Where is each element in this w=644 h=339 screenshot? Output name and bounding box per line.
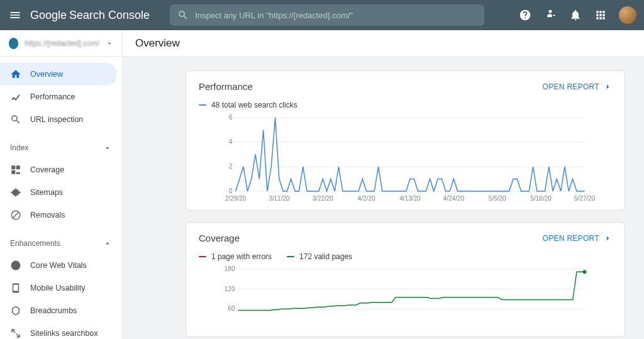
svg-text:5/16/20: 5/16/20 xyxy=(530,195,552,202)
page-title: Overview xyxy=(135,37,180,50)
card-title: Coverage xyxy=(199,233,240,243)
svg-text:4: 4 xyxy=(229,138,233,145)
chevron-icon xyxy=(103,239,112,248)
sidebar-item-label: URL inspection xyxy=(30,115,83,124)
sidebar: https://[redacted].com/ Overview Perform… xyxy=(0,30,123,339)
svg-text:4/24/20: 4/24/20 xyxy=(443,195,465,202)
svg-text:60: 60 xyxy=(228,305,235,312)
menu-icon[interactable] xyxy=(8,8,23,23)
sidebar-item-sitelinks-searchbox[interactable]: Sitelinks searchbox xyxy=(0,322,122,339)
coverage-card: Coverage OPEN REPORT 1 page with errors … xyxy=(186,222,625,337)
help-icon[interactable] xyxy=(518,8,532,22)
url-inspect-input[interactable] xyxy=(195,11,477,20)
sidebar-item-removals[interactable]: Removals xyxy=(0,204,122,226)
sidebar-item-coverage[interactable]: Coverage xyxy=(0,158,122,181)
sidebar-item-label: Core Web Vitals xyxy=(30,261,87,270)
sitelinks-icon xyxy=(10,328,21,339)
svg-text:120: 120 xyxy=(225,286,235,292)
svg-text:2: 2 xyxy=(229,163,233,170)
svg-text:3/22/20: 3/22/20 xyxy=(313,195,334,202)
legend-item: 1 page with errors xyxy=(199,252,272,261)
legend-item: 172 valid pages xyxy=(287,252,352,261)
svg-text:0: 0 xyxy=(229,187,233,194)
sidebar-section-enhancements[interactable]: Enhancements xyxy=(0,233,122,254)
vitals-icon xyxy=(10,260,21,271)
sidebar-item-overview[interactable]: Overview xyxy=(0,63,117,86)
avatar[interactable] xyxy=(619,6,636,24)
sidebar-item-label: Coverage xyxy=(30,165,64,174)
mobile-icon xyxy=(10,282,21,294)
home-icon xyxy=(10,69,21,80)
sidebar-item-label: Mobile Usability xyxy=(30,284,86,292)
performance-chart: 02462/29/203/11/203/22/204/2/204/13/204/… xyxy=(199,114,612,203)
card-title: Performance xyxy=(199,81,253,92)
chevron-down-icon xyxy=(106,39,113,48)
url-inspect-search[interactable] xyxy=(170,4,484,26)
sidebar-section-index[interactable]: Index xyxy=(0,137,122,158)
chevron-icon xyxy=(103,143,112,152)
chevron-right-icon xyxy=(603,82,612,91)
sidebar-item-label: Performance xyxy=(30,92,75,101)
sidebar-item-label: Overview xyxy=(30,70,63,79)
sidebar-item-label: Breadcrumbs xyxy=(30,306,77,315)
manage-users-icon[interactable] xyxy=(543,8,557,22)
svg-text:6: 6 xyxy=(229,114,233,121)
sidebar-item-mobile-usability[interactable]: Mobile Usability xyxy=(0,277,122,299)
property-url: https://[redacted].com/ xyxy=(25,39,99,48)
sidebar-item-url-inspection[interactable]: URL inspection xyxy=(0,108,122,131)
sidebar-item-label: Sitelinks searchbox xyxy=(30,329,98,338)
removals-icon xyxy=(10,209,21,221)
notifications-icon[interactable] xyxy=(569,8,582,22)
svg-text:180: 180 xyxy=(225,266,235,272)
page-header: Overview xyxy=(123,30,644,57)
svg-text:5/5/20: 5/5/20 xyxy=(489,195,506,202)
sidebar-item-sitemaps[interactable]: Sitemaps xyxy=(0,181,122,204)
sidebar-item-core-web-vitals[interactable]: Core Web Vitals xyxy=(0,254,122,277)
search-icon xyxy=(177,9,189,21)
sidebar-item-label: Removals xyxy=(30,211,65,220)
coverage-chart: 60120180 xyxy=(199,266,612,329)
wordpress-icon xyxy=(9,38,18,49)
svg-text:2/29/20: 2/29/20 xyxy=(225,195,247,202)
svg-text:5/27/20: 5/27/20 xyxy=(574,195,596,202)
logo-product: Search Console xyxy=(69,9,150,22)
property-selector[interactable]: https://[redacted].com/ xyxy=(0,30,122,57)
svg-text:3/11/20: 3/11/20 xyxy=(269,195,290,202)
sidebar-item-label: Sitemaps xyxy=(30,188,63,197)
coverage-icon xyxy=(10,164,21,175)
search-icon xyxy=(10,114,21,125)
bread-icon xyxy=(10,305,21,316)
sidebar-item-performance[interactable]: Performance xyxy=(0,86,122,108)
product-logo: Google Search Console xyxy=(30,9,150,22)
chevron-right-icon xyxy=(603,234,612,243)
logo-google: Google xyxy=(30,9,67,22)
open-report-button[interactable]: OPEN REPORT xyxy=(543,82,612,91)
perf-icon xyxy=(10,91,21,103)
sitemaps-icon xyxy=(10,187,21,198)
sidebar-item-breadcrumbs[interactable]: Breadcrumbs xyxy=(0,299,122,322)
open-report-button[interactable]: OPEN REPORT xyxy=(543,234,612,243)
apps-icon[interactable] xyxy=(594,8,608,22)
svg-text:4/13/20: 4/13/20 xyxy=(399,195,421,202)
performance-card: Performance OPEN REPORT 48 total web sea… xyxy=(186,70,625,211)
svg-point-23 xyxy=(583,270,587,274)
svg-text:4/2/20: 4/2/20 xyxy=(358,195,375,202)
legend-item: 48 total web search clicks xyxy=(199,101,297,109)
